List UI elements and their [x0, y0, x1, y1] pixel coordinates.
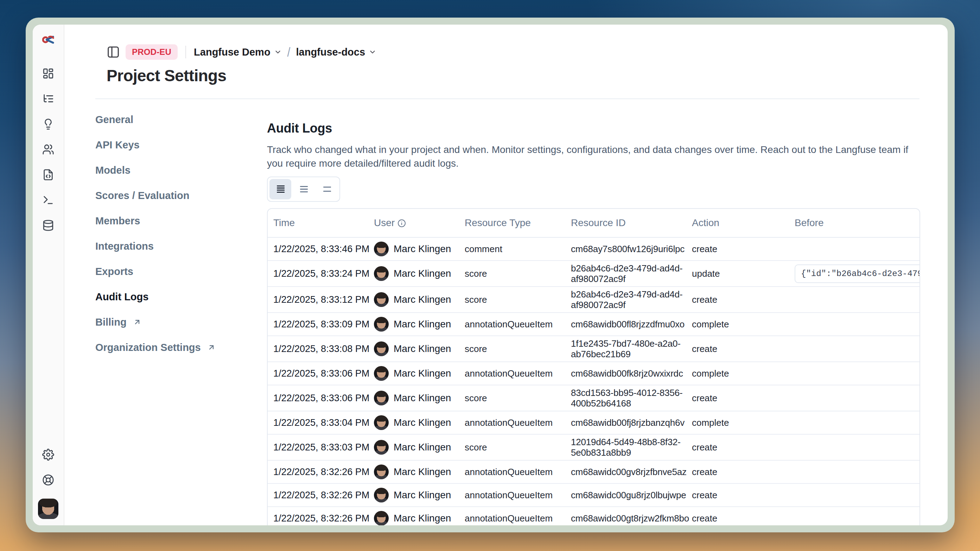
- panel-left-icon[interactable]: [107, 45, 120, 59]
- life-buoy-icon[interactable]: [42, 474, 54, 486]
- nav-item-label: Billing: [95, 316, 127, 328]
- breadcrumb: PROD-EU Langfuse Demo / langfuse-docs: [107, 44, 948, 60]
- nav-item-label: Audit Logs: [95, 291, 148, 303]
- cell-time: 1/22/2025, 8:32:26 PM: [268, 460, 368, 483]
- project-switcher[interactable]: langfuse-docs: [296, 46, 377, 58]
- topbar: PROD-EU Langfuse Demo / langfuse-docs Pr…: [95, 25, 948, 85]
- users-icon[interactable]: [42, 143, 54, 156]
- settings-gear-icon[interactable]: [42, 449, 54, 460]
- nav-item-label: Organization Settings: [95, 342, 201, 353]
- row-height-medium-button[interactable]: [293, 179, 315, 199]
- cell-time: 1/22/2025, 8:33:06 PM: [268, 362, 368, 385]
- cell-user: Marc Klingen: [368, 434, 459, 460]
- user-name: Marc Klingen: [394, 243, 451, 254]
- org-switcher[interactable]: Langfuse Demo: [194, 46, 282, 58]
- row-height-large-button[interactable]: [316, 179, 338, 199]
- cell-action: create: [686, 460, 789, 483]
- cell-action: create: [686, 507, 789, 525]
- user-avatar: [374, 317, 389, 332]
- cell-time: 1/22/2025, 8:33:24 PM: [268, 260, 368, 287]
- cell-user: Marc Klingen: [368, 336, 459, 362]
- cell-before: [789, 336, 920, 362]
- breadcrumb-divider: [185, 46, 186, 58]
- cell-before: [789, 434, 920, 460]
- nav-item-label: Members: [95, 215, 140, 227]
- cell-resource-id: b26ab4c6-d2e3-479d-ad4d-af980072ac9f: [565, 287, 686, 313]
- settings-nav-item-organization-settings[interactable]: Organization Settings: [95, 335, 267, 360]
- cell-action: create: [686, 434, 789, 460]
- user-avatar[interactable]: [38, 499, 58, 519]
- settings-nav-item-api-keys[interactable]: API Keys: [95, 132, 267, 157]
- cell-time: 1/22/2025, 8:33:46 PM: [268, 237, 368, 260]
- cell-before: [789, 483, 920, 507]
- column-header-resource-type: Resource Type: [459, 209, 565, 237]
- cell-time: 1/22/2025, 8:33:09 PM: [268, 313, 368, 336]
- cell-before: [789, 287, 920, 313]
- table-row: 1/22/2025, 8:33:24 PMMarc Klingenscoreb2…: [268, 260, 920, 287]
- table-row: 1/22/2025, 8:32:26 PMMarc Klingenannotat…: [268, 483, 920, 507]
- cell-user: Marc Klingen: [368, 385, 459, 411]
- table-header-row: TimeUserResource TypeResource IDActionBe…: [268, 209, 920, 237]
- cell-user: Marc Klingen: [368, 260, 459, 287]
- settings-nav-item-billing[interactable]: Billing: [95, 310, 267, 335]
- arrow-up-right-icon: [207, 343, 216, 352]
- section-description: Track who changed what in your project a…: [267, 143, 920, 170]
- rail-nav: [42, 68, 54, 231]
- audit-logs-panel: Audit Logs Track who changed what in you…: [267, 107, 948, 525]
- cell-resource-id: 1f1e2435-7bd7-480e-a2a0-ab76bec21b69: [565, 336, 686, 362]
- settings-nav-item-general[interactable]: General: [95, 107, 267, 132]
- nav-item-label: Scores / Evaluation: [95, 190, 189, 202]
- database-icon[interactable]: [42, 219, 54, 231]
- cell-before: [789, 411, 920, 434]
- table-row: 1/22/2025, 8:32:26 PMMarc Klingenannotat…: [268, 460, 920, 483]
- settings-nav-item-exports[interactable]: Exports: [95, 259, 267, 284]
- section-heading: Audit Logs: [267, 121, 920, 136]
- cell-action: create: [686, 237, 789, 260]
- terminal-icon[interactable]: [42, 194, 54, 206]
- user-avatar: [374, 391, 389, 405]
- content-area: PROD-EU Langfuse Demo / langfuse-docs Pr…: [64, 25, 948, 525]
- settings-nav-item-members[interactable]: Members: [95, 208, 267, 233]
- cell-resource-id: b26ab4c6-d2e3-479d-ad4d-af980072ac9f: [565, 260, 686, 287]
- user-avatar: [374, 511, 389, 525]
- row-height-toggle: [267, 176, 340, 202]
- info-icon[interactable]: [398, 219, 406, 227]
- lightbulb-icon[interactable]: [42, 118, 54, 130]
- cell-action: update: [686, 260, 789, 287]
- cell-action: create: [686, 385, 789, 411]
- list-tree-icon[interactable]: [42, 93, 54, 105]
- table-row: 1/22/2025, 8:33:06 PMMarc Klingenscore83…: [268, 385, 920, 411]
- user-name: Marc Klingen: [394, 343, 451, 354]
- settings-nav-item-models[interactable]: Models: [95, 157, 267, 183]
- arrow-up-right-icon: [133, 318, 142, 326]
- cell-user: Marc Klingen: [368, 287, 459, 313]
- table-row: 1/22/2025, 8:33:46 PMMarc Klingencomment…: [268, 237, 920, 260]
- dashboard-grid-icon[interactable]: [42, 68, 54, 79]
- cell-time: 1/22/2025, 8:33:03 PM: [268, 434, 368, 460]
- user-name: Marc Klingen: [394, 513, 451, 524]
- cell-resource-type: score: [459, 385, 565, 411]
- file-code-icon[interactable]: [42, 169, 54, 181]
- user-avatar: [374, 488, 389, 502]
- user-avatar: [374, 241, 389, 256]
- nav-item-label: Exports: [95, 266, 133, 278]
- cell-resource-type: annotationQueueItem: [459, 507, 565, 525]
- nav-item-label: Models: [95, 165, 130, 176]
- nav-item-label: API Keys: [95, 139, 140, 151]
- chevron-down-icon: [274, 48, 282, 56]
- settings-nav-item-scores-evaluation[interactable]: Scores / Evaluation: [95, 183, 267, 208]
- user-name: Marc Klingen: [394, 489, 451, 501]
- cell-resource-type: annotationQueueItem: [459, 483, 565, 507]
- table-body: 1/22/2025, 8:33:46 PMMarc Klingencomment…: [268, 237, 920, 525]
- langfuse-logo-icon[interactable]: [41, 34, 55, 46]
- row-height-small-button[interactable]: [269, 179, 291, 199]
- column-header-time: Time: [268, 209, 368, 237]
- cell-resource-type: annotationQueueItem: [459, 411, 565, 434]
- cell-resource-id: cm68awidc00gu8rjz0lbujwpe: [565, 483, 686, 507]
- user-name: Marc Klingen: [394, 392, 451, 404]
- cell-resource-id: cm68awidb00fk8rjz0wxixrdc: [565, 362, 686, 385]
- cell-action: create: [686, 287, 789, 313]
- settings-nav-item-audit-logs[interactable]: Audit Logs: [95, 284, 267, 310]
- settings-nav-item-integrations[interactable]: Integrations: [95, 233, 267, 259]
- before-json-preview[interactable]: {"id":"b26ab4c6-d2e3-479d-a: [795, 264, 920, 283]
